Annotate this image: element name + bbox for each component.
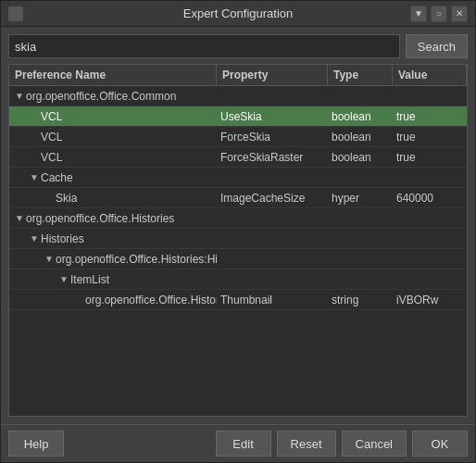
tree-toggle[interactable]: ▼ xyxy=(43,254,56,264)
property-cell xyxy=(217,176,328,180)
titlebar-buttons: ▼ ○ ✕ xyxy=(410,6,468,22)
minimize-button[interactable]: ▼ xyxy=(410,6,427,22)
name-cell: ▼Cache xyxy=(9,169,217,186)
preference-name-label: VCL xyxy=(41,131,62,144)
tree-toggle[interactable]: ▼ xyxy=(28,172,41,182)
type-cell xyxy=(328,94,393,98)
header-preference-name: Preference Name xyxy=(9,65,217,85)
property-cell xyxy=(217,237,328,241)
name-cell: ▼org.openoffice.Office.Histories:History… xyxy=(9,251,217,268)
type-cell: boolean xyxy=(328,149,393,166)
value-cell xyxy=(393,217,467,220)
preference-name-label: Cache xyxy=(41,171,73,184)
table-row[interactable]: ▼Histories xyxy=(9,229,467,249)
value-cell: true xyxy=(393,149,467,166)
preference-name-label: Histories xyxy=(41,232,84,245)
preference-name-label: VCL xyxy=(41,151,62,164)
header-value: Value xyxy=(393,65,467,85)
type-cell xyxy=(328,278,393,282)
value-cell: iVBORw xyxy=(393,292,467,308)
help-button[interactable]: Help xyxy=(8,431,64,457)
name-cell: org.openoffice.Office.Histories:HistoryI… xyxy=(9,292,217,308)
titlebar: Expert Configuration ▼ ○ ✕ xyxy=(1,1,475,27)
close-button[interactable]: ✕ xyxy=(451,6,468,22)
expert-config-window: Expert Configuration ▼ ○ ✕ Search Prefer… xyxy=(0,0,476,463)
value-cell: 640000 xyxy=(393,190,467,206)
table-row[interactable]: SkiaImageCacheSizehyper640000 xyxy=(9,188,467,208)
preference-name-label: Skia xyxy=(56,192,77,205)
name-cell: VCL xyxy=(9,129,217,145)
property-cell xyxy=(217,257,328,261)
main-content: Search Preference Name Property Type Val… xyxy=(1,27,475,424)
table-row[interactable]: VCLForceSkiaRasterbooleantrue xyxy=(9,147,467,168)
table-row[interactable]: ▼Cache xyxy=(9,168,467,188)
value-cell xyxy=(393,94,467,98)
type-cell xyxy=(328,217,393,220)
cancel-button[interactable]: Cancel xyxy=(342,431,407,457)
name-cell: ▼org.openoffice.Office.Histories xyxy=(9,210,217,227)
tree-toggle[interactable]: ▼ xyxy=(28,233,41,244)
search-row: Search xyxy=(8,34,468,58)
header-type: Type xyxy=(328,65,393,85)
table-row[interactable]: VCLUseSkiabooleantrue xyxy=(9,106,467,127)
value-cell xyxy=(393,257,467,261)
restore-button[interactable]: ○ xyxy=(431,6,447,22)
app-icon xyxy=(8,6,23,21)
property-cell: UseSkia xyxy=(217,108,328,125)
name-cell: ▼Histories xyxy=(9,231,217,247)
table-row[interactable]: ▼org.openoffice.Office.Histories:History… xyxy=(9,249,467,269)
preference-name-label: org.openoffice.Office.Histories xyxy=(26,212,174,225)
type-cell: boolean xyxy=(328,108,393,125)
property-cell: ForceSkia xyxy=(217,129,328,145)
header-property: Property xyxy=(217,65,328,85)
table-body: ▼org.openoffice.Office.CommonVCLUseSkiab… xyxy=(9,86,467,310)
type-cell: string xyxy=(328,292,393,308)
search-input[interactable] xyxy=(8,34,400,58)
value-cell xyxy=(393,237,467,241)
property-cell: ImageCacheSize xyxy=(217,190,328,206)
ok-button[interactable]: OK xyxy=(412,431,468,457)
type-cell xyxy=(328,257,393,261)
table-row[interactable]: ▼ItemList xyxy=(9,269,467,290)
table-header: Preference Name Property Type Value xyxy=(9,65,467,86)
edit-button[interactable]: Edit xyxy=(216,431,271,457)
name-cell: ▼org.openoffice.Office.Common xyxy=(9,88,217,105)
type-cell: hyper xyxy=(328,190,393,206)
preference-name-label: org.openoffice.Office.Histories:HistoryI… xyxy=(85,294,217,307)
window-title: Expert Configuration xyxy=(183,6,294,20)
search-button[interactable]: Search xyxy=(406,34,468,58)
table-row[interactable]: ▼org.openoffice.Office.Histories xyxy=(9,208,467,229)
tree-toggle[interactable]: ▼ xyxy=(57,274,70,284)
property-cell: Thumbnail xyxy=(217,292,328,308)
name-cell: Skia xyxy=(9,190,217,206)
type-cell: boolean xyxy=(328,129,393,145)
tree-toggle[interactable]: ▼ xyxy=(13,91,26,101)
type-cell xyxy=(328,176,393,180)
preference-name-label: org.openoffice.Office.Histories:HistoryI… xyxy=(56,253,217,266)
preference-name-label: VCL xyxy=(41,110,62,123)
preference-name-label: ItemList xyxy=(70,273,109,286)
preferences-table: Preference Name Property Type Value ▼org… xyxy=(8,64,468,417)
property-cell xyxy=(217,278,328,282)
tree-toggle[interactable]: ▼ xyxy=(13,213,26,223)
table-row[interactable]: ▼org.openoffice.Office.Common xyxy=(9,86,467,106)
value-cell xyxy=(393,176,467,180)
footer: Help Edit Reset Cancel OK xyxy=(1,424,475,462)
name-cell: VCL xyxy=(9,149,217,166)
preference-name-label: org.openoffice.Office.Common xyxy=(26,90,176,103)
table-row[interactable]: VCLForceSkiabooleantrue xyxy=(9,127,467,147)
property-cell: ForceSkiaRaster xyxy=(217,149,328,166)
reset-button[interactable]: Reset xyxy=(277,431,336,457)
property-cell xyxy=(217,94,328,98)
value-cell: true xyxy=(393,129,467,145)
name-cell: ▼ItemList xyxy=(9,271,217,288)
table-row[interactable]: org.openoffice.Office.Histories:HistoryI… xyxy=(9,290,467,310)
value-cell xyxy=(393,278,467,282)
value-cell: true xyxy=(393,108,467,125)
name-cell: VCL xyxy=(9,108,217,125)
titlebar-left xyxy=(8,6,23,21)
footer-right: Edit Reset Cancel OK xyxy=(216,431,468,457)
property-cell xyxy=(217,217,328,220)
type-cell xyxy=(328,237,393,241)
